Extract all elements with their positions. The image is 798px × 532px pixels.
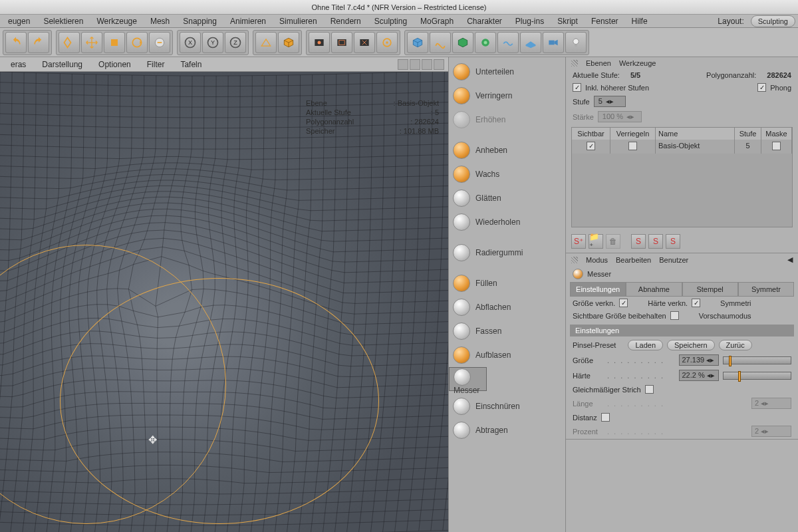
menu-simulieren[interactable]: Simulieren bbox=[274, 15, 323, 27]
groesse-input[interactable]: 27.139 ◂▸ bbox=[679, 354, 719, 366]
delete-layer-icon[interactable]: 🗑 bbox=[606, 234, 620, 249]
groesse-slider[interactable] bbox=[723, 356, 792, 364]
phong-checkbox[interactable]: ✓ bbox=[757, 83, 766, 92]
layer-icon[interactable]: S bbox=[631, 234, 646, 249]
brush-abtragen[interactable]: Abtragen bbox=[449, 418, 565, 442]
view-menu-darstellung[interactable]: Darstellung bbox=[35, 59, 89, 70]
row-visible-checkbox[interactable]: ✓ bbox=[587, 142, 595, 150]
tab-benutzer[interactable]: Benutzer bbox=[659, 256, 688, 264]
tool-move[interactable] bbox=[81, 32, 102, 53]
tool-unterteilen[interactable]: Unterteilen bbox=[449, 60, 565, 84]
brush-fuellen[interactable]: Füllen bbox=[449, 271, 565, 295]
view-menu-optionen[interactable]: Optionen bbox=[92, 59, 138, 70]
brush-einschnueren[interactable]: Einschnüren bbox=[449, 394, 565, 418]
tab-modus[interactable]: Modus bbox=[586, 256, 608, 264]
table-row[interactable]: ✓ Basis-Objekt 5 bbox=[572, 140, 792, 154]
menu-charakter[interactable]: Charakter bbox=[462, 15, 507, 27]
brush-wiederholen[interactable]: Wiederholen bbox=[449, 210, 565, 234]
panel-grip-icon[interactable] bbox=[571, 257, 578, 263]
tab-symmetrie[interactable]: Symmetr bbox=[738, 282, 794, 297]
menu-rendern[interactable]: Rendern bbox=[325, 15, 366, 27]
tool-scale[interactable] bbox=[104, 32, 125, 53]
row-lock-checkbox[interactable] bbox=[628, 142, 637, 150]
viewport-3d[interactable]: ✥ Ebene: Basis-Objekt Aktuelle Stufe: 5 … bbox=[0, 72, 448, 532]
obj-floor[interactable] bbox=[520, 32, 541, 53]
menu-fenster[interactable]: Fenster bbox=[586, 15, 624, 27]
axis-y[interactable]: Y bbox=[202, 32, 223, 53]
menu-werkzeuge[interactable]: Werkzeuge bbox=[91, 15, 142, 27]
viewport-nav-icon[interactable] bbox=[398, 59, 408, 70]
brush-fassen[interactable]: Fassen bbox=[449, 319, 565, 343]
layout-switcher[interactable]: Sculpting bbox=[751, 15, 795, 27]
tool-erhoehen[interactable]: Erhöhen bbox=[449, 108, 565, 132]
menu-mesh[interactable]: Mesh bbox=[145, 15, 175, 27]
render-settings[interactable] bbox=[376, 32, 398, 53]
obj-spline[interactable] bbox=[430, 32, 451, 53]
render-pv[interactable] bbox=[354, 32, 375, 53]
brush-glaetten[interactable]: Glätten bbox=[449, 186, 565, 210]
brush-anheben[interactable]: Anheben bbox=[449, 138, 565, 162]
viewport-nav-icon[interactable] bbox=[410, 59, 420, 70]
obj-environment[interactable] bbox=[497, 32, 519, 53]
haerte-slider[interactable] bbox=[723, 372, 792, 380]
tool-live-select[interactable] bbox=[59, 32, 80, 53]
haerte-verkn-checkbox[interactable]: ✓ bbox=[692, 299, 700, 307]
tool-verringern[interactable]: Verringern bbox=[449, 84, 565, 108]
brush-abflachen[interactable]: Abflachen bbox=[449, 295, 565, 319]
render-region[interactable] bbox=[331, 32, 352, 53]
menu-hilfe[interactable]: Hilfe bbox=[626, 15, 653, 27]
tool-last[interactable] bbox=[149, 32, 170, 53]
view-menu-filter[interactable]: Filter bbox=[140, 59, 172, 70]
menu-animieren[interactable]: Animieren bbox=[225, 15, 271, 27]
panel-grip-icon[interactable] bbox=[571, 60, 578, 66]
axis-x[interactable]: X bbox=[180, 32, 201, 53]
collapse-icon[interactable]: ◀ bbox=[787, 255, 793, 264]
brush-messer[interactable]: Messer bbox=[449, 367, 487, 391]
obj-primitive[interactable] bbox=[407, 32, 428, 53]
layer-icon[interactable]: S bbox=[666, 234, 680, 249]
groesse-verkn-checkbox[interactable]: ✓ bbox=[619, 299, 628, 307]
menu-selektieren[interactable]: Selektieren bbox=[38, 15, 88, 27]
distanz-checkbox[interactable] bbox=[601, 413, 610, 422]
brush-aufblasen[interactable]: Aufblasen bbox=[449, 343, 565, 367]
menu-snapping[interactable]: Snapping bbox=[178, 15, 222, 27]
tab-werkzeuge[interactable]: Werkzeuge bbox=[619, 59, 656, 67]
axis-z[interactable]: Z bbox=[225, 32, 246, 53]
tab-stempel[interactable]: Stempel bbox=[682, 282, 738, 297]
tool-redo[interactable] bbox=[28, 32, 49, 53]
brush-radiergummi[interactable]: Radiergummi bbox=[449, 241, 565, 265]
add-layer-icon[interactable]: S⁺ bbox=[571, 234, 586, 249]
add-folder-icon[interactable]: 📁⁺ bbox=[589, 234, 603, 249]
stufe-select[interactable]: 5 ◂▸ bbox=[594, 96, 626, 107]
menu-mograph[interactable]: MoGraph bbox=[415, 15, 459, 27]
obj-generator[interactable] bbox=[452, 32, 473, 53]
menu-skript[interactable]: Skript bbox=[552, 15, 583, 27]
tab-einstellungen[interactable]: Einstellungen bbox=[570, 282, 626, 297]
brush-wachs[interactable]: Wachs bbox=[449, 162, 565, 186]
tool-cube[interactable] bbox=[278, 32, 299, 53]
menu-sculpting[interactable]: Sculpting bbox=[369, 15, 412, 27]
obj-light[interactable] bbox=[565, 32, 587, 53]
render-view[interactable] bbox=[309, 32, 330, 53]
tool-undo[interactable] bbox=[5, 32, 27, 53]
layer-icon[interactable]: S bbox=[648, 234, 663, 249]
tab-ebenen[interactable]: Ebenen bbox=[586, 59, 611, 67]
gleichmaessiger-checkbox[interactable] bbox=[645, 385, 654, 394]
haerte-input[interactable]: 22.2 % ◂▸ bbox=[679, 370, 719, 381]
viewport-nav-icon[interactable] bbox=[434, 59, 444, 70]
preset-laden-button[interactable]: Laden bbox=[628, 340, 663, 350]
obj-camera[interactable] bbox=[543, 32, 564, 53]
coord-system[interactable] bbox=[255, 32, 277, 53]
view-menu-kameras[interactable]: eras bbox=[4, 59, 33, 70]
tab-bearbeiten[interactable]: Bearbeiten bbox=[616, 256, 651, 264]
viewport-nav-icon[interactable] bbox=[422, 59, 432, 70]
row-mask-checkbox[interactable] bbox=[772, 142, 781, 150]
sichtbare-groesse-checkbox[interactable] bbox=[670, 311, 679, 320]
tab-abnahme[interactable]: Abnahme bbox=[626, 282, 682, 297]
inkl-checkbox[interactable]: ✓ bbox=[573, 83, 581, 92]
menu-erzeugen[interactable]: eugen bbox=[3, 15, 35, 27]
preset-zurueck-button[interactable]: Zurüc bbox=[719, 340, 752, 350]
tool-rotate[interactable] bbox=[126, 32, 148, 53]
preset-speichern-button[interactable]: Speichern bbox=[667, 340, 715, 350]
view-menu-tafeln[interactable]: Tafeln bbox=[174, 59, 208, 70]
